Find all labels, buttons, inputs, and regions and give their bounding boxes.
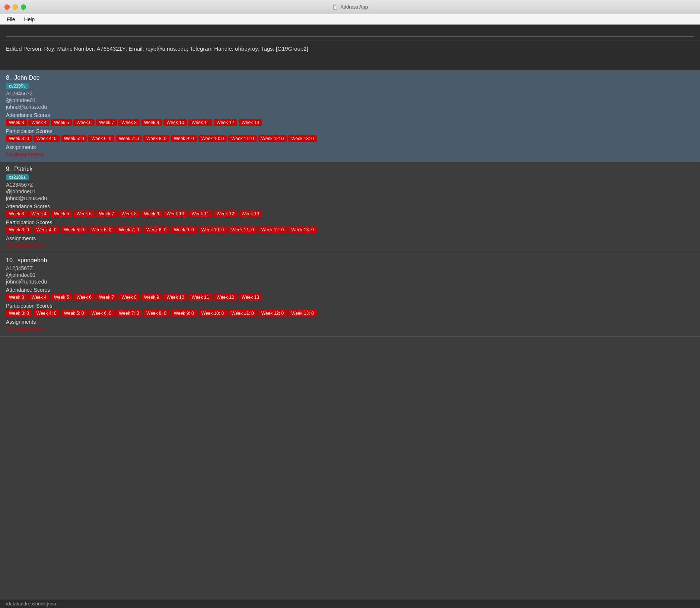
output-text: Edited Person: Roy; Matric Number: A7654… [6, 45, 308, 52]
attendance-label: Attendance Scores [6, 287, 694, 293]
output-area: Edited Person: Roy; Matric Number: A7654… [0, 41, 700, 71]
tag-badge: cs2109s [6, 83, 29, 89]
participation-week-badge: Week 10: 0 [198, 310, 227, 317]
attendance-week-badge: Week 7 [96, 119, 117, 126]
participation-week-badge: Week 11: 0 [228, 227, 257, 233]
attendance-week-badge: Week 7 [96, 294, 117, 301]
participation-week-badge: Week 10: 0 [198, 135, 227, 142]
assignments-label: Assignments [6, 144, 694, 150]
assignments-label: Assignments [6, 235, 694, 241]
attendance-week-badge: Week 12 [214, 119, 237, 126]
person-card[interactable]: 9. Patrickcs2109sA1234567Z@johndoe01john… [0, 162, 700, 253]
attendance-week-badge: Week 5 [51, 119, 72, 126]
attendance-week-badge: Week 7 [96, 210, 117, 217]
attendance-week-badge: Week 13 [239, 119, 262, 126]
participation-week-badge: Week 8: 0 [143, 227, 169, 233]
attendance-week-badge: Week 9 [141, 119, 162, 126]
participation-week-badge: Week 6: 0 [88, 310, 114, 317]
attendance-week-badge: Week 8 [118, 294, 139, 301]
attendance-week-badge: Week 10 [163, 294, 187, 301]
person-email: johnd@u.nus.edu [6, 195, 694, 201]
attendance-week-badge: Week 12 [214, 210, 237, 217]
participation-week-badge: Week 5: 0 [61, 310, 87, 317]
person-list-scroll[interactable]: 8. John Doecs2109sA1234567Z@johndoe01joh… [0, 71, 700, 598]
command-input[interactable] [6, 29, 694, 37]
person-email: johnd@u.nus.edu [6, 104, 694, 110]
participation-week-badge: Week 5: 0 [61, 227, 87, 233]
participation-week-badge: Week 11: 0 [228, 135, 257, 142]
no-assignments-text: No assignments [6, 151, 694, 157]
person-name: 9. Patrick [6, 166, 694, 172]
attendance-week-badge: Week 9 [141, 210, 162, 217]
participation-weeks: Week 3: 0Week 4: 0Week 5: 0Week 6: 0Week… [6, 310, 694, 317]
attendance-week-badge: Week 3 [6, 119, 27, 126]
participation-week-badge: Week 13: 0 [288, 135, 316, 142]
person-name: 10. spongebob [6, 257, 694, 264]
participation-week-badge: Week 13: 0 [288, 227, 316, 233]
participation-week-badge: Week 7: 0 [116, 227, 142, 233]
attendance-week-badge: Week 4 [28, 210, 49, 217]
participation-week-badge: Week 3: 0 [6, 135, 32, 142]
person-matric: A1234567Z [6, 265, 694, 271]
participation-week-badge: Week 7: 0 [116, 135, 142, 142]
participation-week-badge: Week 8: 0 [143, 135, 169, 142]
attendance-label: Attendance Scores [6, 112, 694, 118]
person-handle: @johndoe01 [6, 272, 694, 278]
attendance-week-badge: Week 13 [239, 294, 262, 301]
participation-week-badge: Week 6: 0 [88, 135, 114, 142]
attendance-week-badge: Week 10 [163, 210, 187, 217]
attendance-week-badge: Week 5 [51, 294, 72, 301]
person-handle: @johndoe01 [6, 189, 694, 194]
participation-week-badge: Week 12: 0 [258, 135, 287, 142]
person-list: 8. John Doecs2109sA1234567Z@johndoe01joh… [0, 71, 700, 337]
participation-week-badge: Week 9: 0 [171, 135, 197, 142]
assignments-label: Assignments [6, 319, 694, 325]
status-path: /data/addressbook.json [6, 601, 56, 607]
attendance-week-badge: Week 3 [6, 294, 27, 301]
participation-week-badge: Week 9: 0 [171, 227, 197, 233]
attendance-week-badge: Week 4 [28, 119, 49, 126]
minimize-button[interactable] [13, 4, 18, 10]
maximize-button[interactable] [21, 4, 26, 10]
person-name: 8. John Doe [6, 75, 694, 81]
window-controls[interactable] [4, 4, 26, 10]
participation-week-badge: Week 4: 0 [34, 227, 60, 233]
person-matric: A1234567Z [6, 91, 694, 96]
status-bar: /data/addressbook.json [0, 599, 700, 608]
participation-week-badge: Week 3: 0 [6, 310, 32, 317]
attendance-week-badge: Week 6 [73, 210, 94, 217]
participation-week-badge: Week 10: 0 [198, 227, 227, 233]
attendance-label: Attendance Scores [6, 203, 694, 209]
attendance-week-badge: Week 11 [188, 119, 212, 126]
person-card[interactable]: 8. John Doecs2109sA1234567Z@johndoe01joh… [0, 71, 700, 162]
participation-week-badge: Week 13: 0 [288, 310, 316, 317]
person-handle: @johndoe01 [6, 97, 694, 103]
attendance-week-badge: Week 3 [6, 210, 27, 217]
no-assignments-text: No assignments [6, 326, 694, 332]
menu-file[interactable]: File [3, 16, 19, 23]
participation-week-badge: Week 12: 0 [258, 227, 287, 233]
participation-label: Participation Scores [6, 303, 694, 309]
tag-badge: cs2109s [6, 174, 29, 180]
participation-week-badge: Week 8: 0 [143, 310, 169, 317]
person-card[interactable]: 10. spongebobA1234567Z@johndoe01johnd@u.… [0, 253, 700, 337]
window-title-text: Address App [340, 4, 368, 10]
participation-weeks: Week 3: 0Week 4: 0Week 5: 0Week 6: 0Week… [6, 135, 694, 142]
attendance-week-badge: Week 4 [28, 294, 49, 301]
attendance-week-badge: Week 8 [118, 210, 139, 217]
menu-help[interactable]: Help [20, 16, 39, 23]
close-button[interactable] [4, 4, 10, 10]
attendance-week-badge: Week 8 [118, 119, 139, 126]
participation-label: Participation Scores [6, 219, 694, 225]
attendance-week-badge: Week 9 [141, 294, 162, 301]
window-title: 📋 Address App [332, 4, 368, 10]
attendance-week-badge: Week 10 [163, 119, 187, 126]
participation-week-badge: Week 6: 0 [88, 227, 114, 233]
attendance-week-badge: Week 6 [73, 294, 94, 301]
participation-week-badge: Week 4: 0 [34, 310, 60, 317]
menu-bar: File Help [0, 14, 700, 25]
window-title-icon: 📋 [332, 4, 338, 10]
participation-label: Participation Scores [6, 128, 694, 134]
no-assignments-text: No assignments [6, 243, 694, 248]
person-matric: A1234567Z [6, 182, 694, 188]
